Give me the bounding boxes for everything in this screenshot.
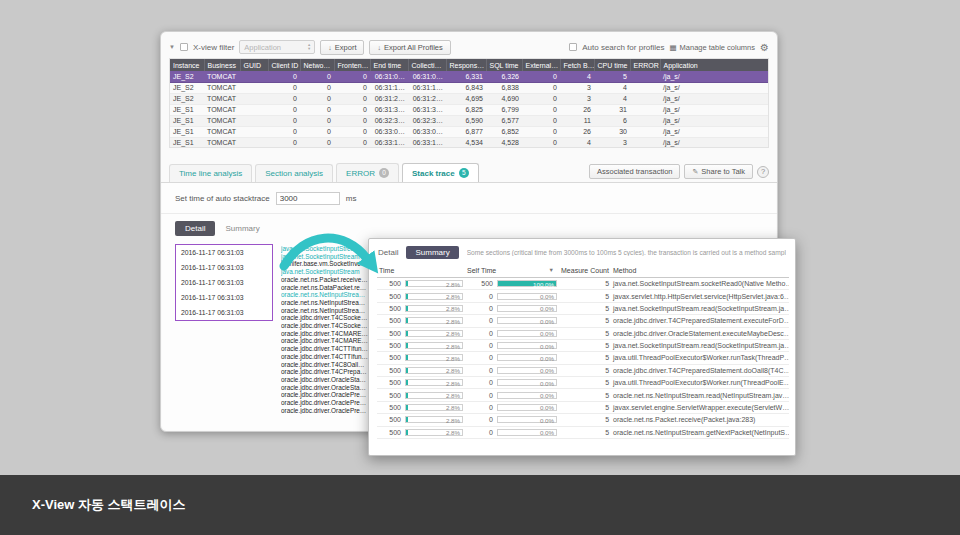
column-self-time[interactable]: Self Time ▼ — [465, 264, 559, 278]
auto-stacktrace-time-input[interactable] — [276, 192, 340, 205]
stacktrace-timestamp[interactable]: 2016-11-17 06:31:03 — [176, 290, 272, 305]
cell: 0 — [334, 71, 370, 82]
table-row[interactable]: JE_S2TOMCAT00006:31:1…06:31:1…6,8436,838… — [170, 82, 769, 93]
cell: 5 — [559, 426, 611, 438]
cell: 0 — [268, 115, 300, 126]
column-header[interactable]: Application — [660, 59, 769, 71]
export-all-profiles-button[interactable]: ↓ Export All Profiles — [369, 40, 450, 55]
overlay-summary-subtab[interactable]: Summary — [406, 246, 458, 259]
column-header[interactable]: Instance — [170, 59, 204, 71]
summary-row[interactable]: 5002.8%00.0%5oracle.jdbc.driver.T4CPrepa… — [377, 364, 789, 376]
share-to-talk-button[interactable]: ✎ Share to Talk — [684, 164, 753, 179]
cell: 500 — [377, 302, 403, 314]
cell: 06:31:3… — [408, 104, 446, 115]
cell: 06:31:1… — [408, 82, 446, 93]
summary-row[interactable]: 5002.8%00.0%5java.util.ThreadPoolExecuto… — [377, 377, 789, 389]
sort-desc-icon[interactable]: ▼ — [549, 267, 554, 273]
detail-subtab[interactable]: Detail — [175, 221, 215, 236]
cell: 0 — [268, 82, 300, 93]
cell: TOMCAT — [204, 126, 240, 137]
help-icon[interactable]: ? — [757, 166, 769, 178]
manage-table-columns-button[interactable]: ▦ Manage table columns — [669, 43, 755, 52]
gear-icon[interactable]: ⚙ — [760, 42, 769, 53]
stacktrace-timestamp[interactable]: 2016-11-17 06:31:03 — [176, 275, 272, 290]
cell: 06:33:0… — [370, 126, 408, 137]
summary-row[interactable]: 5002.8%00.0%5java.util.ThreadPoolExecuto… — [377, 352, 789, 364]
column-method[interactable]: Method — [611, 264, 789, 278]
column-measure-count[interactable]: Measure Count — [559, 264, 611, 278]
cell: 6 — [594, 115, 630, 126]
cell: 3 — [560, 93, 594, 104]
cell: javax.servlet.engine.ServletWrapper.exec… — [611, 401, 789, 413]
select-arrows-icon: ▴▾ — [308, 43, 310, 50]
summary-row[interactable]: 5002.8%00.0%5oracle.net.ns.Packet.receiv… — [377, 414, 789, 426]
table-row[interactable]: JE_S1TOMCAT00006:32:3…06:32:3…6,5906,577… — [170, 115, 769, 126]
auto-search-checkbox[interactable] — [569, 43, 577, 51]
tab-time-line-analysis[interactable]: Time line analysis — [169, 164, 252, 182]
column-header[interactable]: GUID — [240, 59, 268, 71]
table-row[interactable]: JE_S1TOMCAT00006:33:1…06:33:1…4,5344,528… — [170, 137, 769, 148]
summary-row[interactable]: 5002.8%00.0%5java.net.SocketInputStream.… — [377, 339, 789, 351]
cell: 0 — [334, 93, 370, 104]
summary-row[interactable]: 5002.8%500100.0%5java.net.SocketInputStr… — [377, 278, 789, 290]
stacktrace-timestamp[interactable]: 2016-11-17 06:31:03 — [176, 260, 272, 275]
cell: javax.servlet.http.HttpServlet.service(H… — [611, 290, 789, 302]
column-header[interactable]: External… — [522, 59, 560, 71]
column-header[interactable]: Business — [204, 59, 240, 71]
percent-bar: 100.0% — [497, 280, 557, 287]
cell: 2.8% — [403, 278, 465, 290]
summary-row[interactable]: 5002.8%00.0%5javax.servlet.engine.Servle… — [377, 401, 789, 413]
tab-stack-trace[interactable]: Stack trace5 — [402, 163, 479, 182]
table-row[interactable]: JE_S1TOMCAT00006:31:3…06:31:3…6,8256,799… — [170, 104, 769, 115]
percent-bar: 2.8% — [405, 416, 463, 423]
tab-section-analysis[interactable]: Section analysis — [255, 164, 333, 182]
xview-filter-checkbox[interactable] — [180, 43, 188, 51]
export-button[interactable]: ↓ Export — [320, 40, 364, 55]
summary-row[interactable]: 5002.8%00.0%5oracle.net.ns.NetInputStrea… — [377, 426, 789, 438]
column-header[interactable]: ERROR — [630, 59, 660, 71]
cell: 500 — [377, 327, 403, 339]
cell — [240, 126, 268, 137]
cell: 2.8% — [403, 352, 465, 364]
cell: TOMCAT — [204, 82, 240, 93]
column-header[interactable]: Netwo… — [300, 59, 334, 71]
cell: 5 — [559, 315, 611, 327]
column-header[interactable]: Respons… — [446, 59, 486, 71]
table-row[interactable]: JE_S2TOMCAT00006:31:0…06:31:0…6,3316,326… — [170, 71, 769, 82]
table-row[interactable]: JE_S2TOMCAT00006:31:2…06:31:2…4,6954,690… — [170, 93, 769, 104]
summary-row[interactable]: 5002.8%00.0%5oracle.net.ns.NetInputStrea… — [377, 389, 789, 401]
summary-row[interactable]: 5002.8%00.0%5oracle.jdbc.driver.T4CPrepa… — [377, 315, 789, 327]
column-header[interactable]: CPU time — [594, 59, 630, 71]
cell: 0 — [300, 93, 334, 104]
cell: TOMCAT — [204, 71, 240, 82]
summary-subtab[interactable]: Summary — [225, 224, 259, 233]
cell: 0 — [465, 302, 495, 314]
cell: 30 — [594, 126, 630, 137]
column-header[interactable]: SQL time — [486, 59, 522, 71]
table-row[interactable]: JE_S1TOMCAT00006:33:0…06:33:0…6,8776,852… — [170, 126, 769, 137]
cell: 500 — [377, 339, 403, 351]
application-select[interactable]: Application ▴▾ — [239, 40, 315, 54]
cell: 4 — [594, 93, 630, 104]
percent-bar: 2.8% — [405, 305, 463, 312]
stacktrace-timestamp[interactable]: 2016-11-17 06:31:03 — [176, 305, 272, 320]
column-header[interactable]: Fetch B… — [560, 59, 594, 71]
summary-row[interactable]: 5002.8%00.0%5oracle.jdbc.driver.OracleSt… — [377, 327, 789, 339]
column-header[interactable]: Collecti… — [408, 59, 446, 71]
cell: 0 — [300, 115, 334, 126]
column-header[interactable]: Client ID — [268, 59, 300, 71]
associated-transaction-button[interactable]: Associated transaction — [589, 164, 680, 179]
cell: 0 — [268, 71, 300, 82]
stacktrace-timestamp[interactable]: 2016-11-17 06:31:03 — [176, 245, 272, 260]
percent-bar: 2.8% — [405, 367, 463, 374]
tab-error[interactable]: ERROR0 — [336, 163, 399, 182]
column-header[interactable]: Fronten… — [334, 59, 370, 71]
summary-row[interactable]: 5002.8%00.0%5javax.servlet.http.HttpServ… — [377, 290, 789, 302]
cell: TOMCAT — [204, 104, 240, 115]
cell: 500 — [377, 315, 403, 327]
cell: 6,590 — [446, 115, 486, 126]
collapse-caret-icon[interactable]: ▼ — [169, 44, 175, 50]
summary-row[interactable]: 5002.8%00.0%5java.net.SocketInputStream.… — [377, 302, 789, 314]
column-header[interactable]: End time — [370, 59, 408, 71]
cell: 5 — [559, 377, 611, 389]
